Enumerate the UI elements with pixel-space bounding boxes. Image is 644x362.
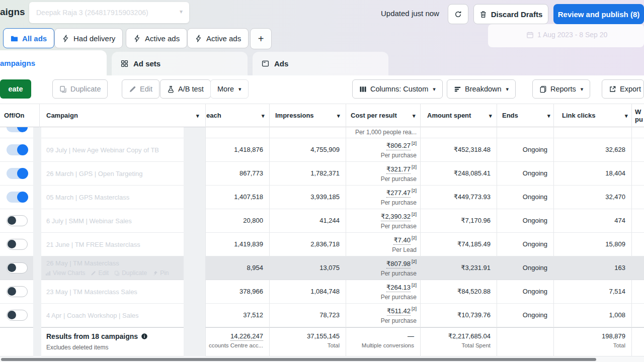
- table-row[interactable]: 26 May | TM Masterclass View ChartsEditD…: [0, 256, 644, 280]
- link-clicks-value: 15,809: [553, 233, 631, 256]
- spent-total-sub: Total Spent: [421, 342, 491, 348]
- table-row[interactable]: 4 Apr | Coach Workshop | Sales 37,512 78…: [0, 304, 644, 327]
- header-campaign[interactable]: Campaign: [46, 104, 78, 127]
- account-selector-dropdown[interactable]: Deepak Raja 3 (264817915903206) ▾: [29, 2, 189, 23]
- tab-ad-sets[interactable]: Ad sets: [112, 52, 248, 75]
- link-clicks-value: 18,404: [553, 162, 631, 186]
- edit-button[interactable]: Edit: [122, 79, 159, 99]
- campaign-toggle[interactable]: [7, 168, 28, 179]
- header-impressions[interactable]: Impressions: [275, 104, 314, 127]
- table-row[interactable]: 6 July | SMM | Webinar Sales 20,800 41,2…: [0, 209, 644, 233]
- sort-caret-icon[interactable]: ▾: [261, 104, 265, 127]
- icon-copy: [114, 270, 120, 276]
- campaign-name[interactable]: 05 March | GPS Masterclass: [46, 194, 180, 201]
- sort-caret-icon[interactable]: ▾: [624, 104, 628, 127]
- filter-pill-all-ads[interactable]: All ads: [3, 28, 54, 48]
- sort-caret-icon[interactable]: ▾: [488, 104, 492, 127]
- ends-value: Ongoing: [497, 186, 553, 209]
- header-reach[interactable]: each: [206, 104, 221, 127]
- campaign-toggle[interactable]: [7, 310, 28, 321]
- duplicate-action[interactable]: Duplicate: [114, 269, 147, 277]
- cost-total: —: [408, 332, 414, 340]
- cost-value[interactable]: ₹511.42: [387, 307, 411, 316]
- date-range-panel[interactable]: 1 Aug 2023 - 8 Sep 20: [488, 24, 644, 47]
- cost-value[interactable]: ₹2,390.32: [381, 213, 411, 221]
- create-button[interactable]: eate: [0, 79, 31, 99]
- review-publish-button[interactable]: Review and publish (8): [553, 4, 644, 24]
- breakdown-button[interactable]: Breakdown ▾: [447, 79, 516, 99]
- cost-value[interactable]: ₹806.27: [386, 142, 411, 150]
- sort-caret-icon[interactable]: ▾: [336, 104, 340, 127]
- export-icon: [609, 85, 616, 93]
- website-purchases-cell: [631, 280, 644, 304]
- reach-value: 37,512: [205, 304, 269, 327]
- cost-total-sub: Multiple conversions: [346, 342, 414, 348]
- tab-ads[interactable]: Ads: [253, 52, 388, 75]
- campaign-toggle[interactable]: [7, 215, 28, 226]
- cost-footnote: [2]: [412, 212, 417, 217]
- filter-pill-label: Active ads: [206, 34, 241, 43]
- review-publish-label: Review and publish (8): [558, 10, 640, 19]
- sort-caret-icon[interactable]: ▾: [195, 104, 199, 127]
- link-clicks-value: 7,514: [553, 280, 631, 304]
- campaign-toggle[interactable]: [7, 286, 28, 297]
- spent-total-cell: ₹2,217,685.04 Total Spent: [420, 327, 497, 356]
- campaign-name[interactable]: 21 June | TM FREE Masterclass: [46, 241, 180, 248]
- view-charts-action[interactable]: View Charts: [45, 269, 85, 277]
- ends-value: Ongoing: [497, 304, 553, 327]
- add-filter-tab-button[interactable]: +: [250, 28, 272, 49]
- campaign-toggle[interactable]: [7, 262, 28, 274]
- campaign-name[interactable]: 4 Apr | Coach Workshop | Sales: [46, 312, 180, 319]
- columns-button[interactable]: Columns: Custom ▾: [352, 79, 443, 99]
- horizontal-scrollbar[interactable]: [1, 358, 596, 361]
- ab-test-button[interactable]: A/B test: [160, 79, 211, 99]
- cost-per-result-cell: ₹511.42[2] Per purchase: [346, 304, 420, 327]
- cost-value[interactable]: ₹321.77: [386, 165, 411, 174]
- campaign-toggle[interactable]: [7, 144, 28, 155]
- duplicate-button[interactable]: Duplicate: [52, 79, 108, 99]
- impressions-value: 4,755,909: [269, 138, 346, 162]
- header-link-clicks[interactable]: Link clicks: [562, 104, 595, 127]
- filter-pill-had-delivery[interactable]: Had delivery: [54, 28, 123, 48]
- cost-value[interactable]: ₹807.98: [386, 260, 411, 268]
- edit-action[interactable]: Edit: [91, 269, 109, 277]
- filter-pill-active-ads-2[interactable]: Active ads: [187, 28, 249, 48]
- more-button[interactable]: More ▾: [210, 79, 249, 99]
- reports-button[interactable]: Reports ▾: [532, 79, 590, 99]
- link-clicks-value: 1,008: [553, 304, 631, 327]
- table-row[interactable]: 26 March | GPS | Open Targeting 867,773 …: [0, 162, 644, 186]
- campaign-toggle[interactable]: [7, 192, 28, 203]
- cost-value[interactable]: ₹264.13: [386, 284, 411, 292]
- campaign-toggle[interactable]: [7, 239, 28, 250]
- campaign-name[interactable]: 26 March | GPS | Open Targeting: [46, 170, 180, 177]
- refresh-button[interactable]: [448, 4, 468, 24]
- table-row[interactable]: 21 June | TM FREE Masterclass 1,419,839 …: [0, 233, 644, 256]
- campaign-name[interactable]: 09 July | New Age Webinar Copy of TB: [46, 146, 180, 154]
- campaign-name[interactable]: 6 July | SMM | Webinar Sales: [46, 217, 180, 225]
- info-icon[interactable]: [141, 333, 148, 340]
- table-row[interactable]: 23 May | TM Masterclass Sales 378,966 1,…: [0, 280, 644, 304]
- tab-campaigns[interactable]: ampaigns: [0, 50, 107, 76]
- campaign-toggle[interactable]: [7, 127, 28, 132]
- header-ends[interactable]: Ends: [502, 104, 518, 127]
- export-button[interactable]: Export: [602, 79, 644, 99]
- cost-value[interactable]: ₹277.47: [386, 189, 411, 198]
- sort-caret-icon[interactable]: ▾: [546, 104, 550, 127]
- campaign-name[interactable]: 26 May | TM Masterclass: [46, 259, 180, 267]
- header-website-purchases[interactable]: W pu: [635, 104, 643, 127]
- page-title: aigns: [0, 7, 25, 18]
- discard-drafts-button[interactable]: Discard Drafts: [473, 4, 548, 24]
- header-amount-spent[interactable]: Amount spent: [427, 104, 471, 127]
- ads-manager-screen: aigns Deepak Raja 3 (264817915903206) ▾ …: [0, 0, 644, 362]
- campaign-name[interactable]: 23 May | TM Masterclass Sales: [46, 288, 180, 296]
- sort-caret-icon[interactable]: ▾: [412, 104, 416, 127]
- pin-action[interactable]: Pin: [152, 269, 169, 277]
- calendar-icon: [526, 31, 534, 39]
- table-row[interactable]: 05 March | GPS Masterclass 1,407,518 3,9…: [0, 186, 644, 209]
- filter-pill-active-ads-1[interactable]: Active ads: [126, 28, 187, 48]
- header-cost-per-result[interactable]: Cost per result: [351, 104, 397, 127]
- table-row[interactable]: 09 July | New Age Webinar Copy of TB 1,4…: [0, 138, 644, 162]
- filter-pill-label: Active ads: [145, 34, 180, 43]
- website-purchases-cell: [631, 233, 644, 256]
- cost-value[interactable]: ₹7.40: [393, 236, 411, 245]
